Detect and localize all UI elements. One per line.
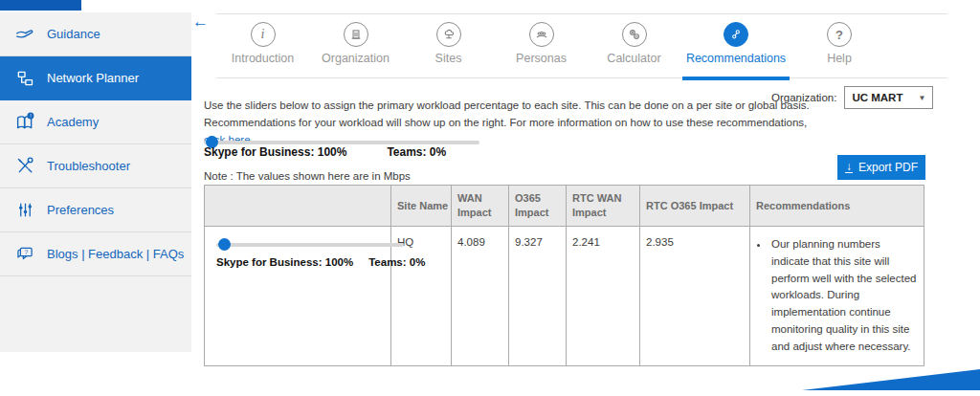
global-slider-labels: Skype for Business: 100% Teams: 0%: [204, 145, 446, 159]
calculator-icon: [622, 22, 647, 47]
network-planner-icon: [14, 68, 35, 89]
sidebar-item-label: Blogs | Feedback | FAQs: [47, 247, 184, 261]
troubleshooter-tools-icon: [14, 156, 35, 177]
chevron-down-icon: ▼: [918, 94, 925, 102]
slider-track[interactable]: [204, 141, 479, 144]
sidebar-item-preferences[interactable]: Preferences: [0, 188, 191, 232]
rtc-o365-impact-cell: 2.935: [640, 227, 750, 366]
site-slider-cell: Skype for Business: 100% Teams: 0%: [205, 227, 391, 366]
personas-people-icon: [529, 22, 554, 47]
tab-recommendations[interactable]: Recommendations: [680, 14, 791, 77]
col-header-rtc-o365-impact: RTC O365 Impact: [640, 186, 750, 227]
skype-percentage-label: Skype for Business: 100%: [204, 145, 346, 159]
tab-bar: i Introduction Organization Sites Person…: [216, 13, 947, 78]
help-icon: ?: [827, 22, 852, 47]
download-icon: ↓: [845, 162, 853, 173]
blogs-chat-icon: ?: [14, 244, 35, 265]
back-icon[interactable]: ←: [192, 13, 209, 30]
wan-impact-cell: 4.089: [452, 227, 509, 366]
table-row: Skype for Business: 100% Teams: 0% HQ 4.…: [205, 227, 924, 366]
recommendations-icon: [724, 22, 748, 47]
sidebar-item-blogs-feedback-faqs[interactable]: ? Blogs | Feedback | FAQs: [0, 232, 191, 276]
mbps-note: Note : The values shown here are in Mbps: [204, 170, 411, 182]
teams-percentage-label: Teams: 0%: [368, 256, 425, 268]
sidebar-item-label: Guidance: [47, 27, 100, 41]
sidebar-item-network-planner[interactable]: Network Planner: [0, 56, 191, 100]
decorative-wedge: [802, 368, 980, 391]
col-header-wan-impact: WAN Impact: [452, 186, 509, 227]
tab-organization[interactable]: Organization: [309, 14, 402, 77]
recommendation-item: Our planning numbers indicate that this …: [769, 236, 918, 356]
tab-sites[interactable]: Sites: [402, 14, 495, 77]
academy-book-icon: !: [14, 112, 35, 133]
slider-thumb[interactable]: [218, 238, 231, 251]
sidebar-item-guidance[interactable]: Guidance: [0, 12, 191, 56]
top-accent-bar: [0, 0, 81, 11]
organization-dropdown[interactable]: UC MART ▼: [844, 86, 933, 109]
site-workload-slider[interactable]: [216, 238, 404, 251]
col-header-site-name: Site Name: [391, 186, 452, 227]
sidebar-item-academy[interactable]: ! Academy: [0, 100, 191, 144]
skype-percentage-label: Skype for Business: 100%: [216, 256, 353, 268]
svg-text:?: ?: [24, 248, 28, 254]
sidebar: Guidance Network Planner ! Academy: [0, 12, 191, 352]
sidebar-item-label: Troubleshooter: [47, 159, 130, 173]
preferences-sliders-icon: [14, 200, 35, 221]
table-header-row: Site Name WAN Impact O365 Impact RTC WAN…: [205, 186, 924, 227]
sidebar-item-label: Preferences: [47, 203, 114, 217]
sidebar-item-troubleshooter[interactable]: Troubleshooter: [0, 144, 191, 188]
recommendations-cell: Our planning numbers indicate that this …: [750, 227, 924, 366]
tab-personas[interactable]: Personas: [495, 14, 588, 77]
export-pdf-button[interactable]: ↓ Export PDF: [837, 155, 925, 180]
sidebar-item-label: Academy: [47, 115, 99, 129]
info-icon: i: [251, 22, 276, 47]
organization-value: UC MART: [852, 92, 902, 103]
tab-help[interactable]: ? Help: [791, 14, 887, 77]
guidance-hands-icon: [14, 24, 35, 45]
tab-calculator[interactable]: Calculator: [588, 14, 680, 77]
col-header-rtc-wan-impact: RTC WAN Impact: [567, 186, 640, 227]
col-header-recommendations: Recommendations: [750, 186, 924, 227]
organization-building-icon: [344, 22, 368, 47]
recommendations-table: Site Name WAN Impact O365 Impact RTC WAN…: [204, 185, 924, 366]
tab-introduction[interactable]: i Introduction: [216, 14, 309, 77]
slider-track[interactable]: [216, 243, 404, 247]
teams-percentage-label: Teams: 0%: [387, 145, 446, 159]
o365-impact-cell: 9.327: [509, 227, 567, 366]
sidebar-item-label: Network Planner: [47, 71, 139, 85]
col-header-o365-impact: O365 Impact: [509, 186, 567, 227]
instructions-line1: Use the sliders below to assign the prim…: [204, 97, 816, 114]
rtc-wan-impact-cell: 2.241: [567, 227, 640, 366]
sites-cloud-icon: [436, 22, 461, 47]
col-header-slider: [205, 186, 391, 227]
